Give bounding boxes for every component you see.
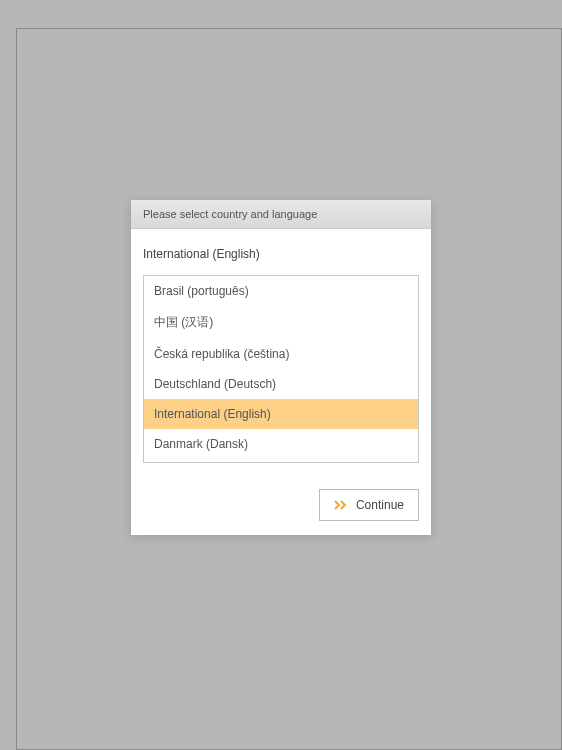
list-item[interactable]: 中国 (汉语) bbox=[144, 306, 418, 339]
selected-language-display: International (English) bbox=[143, 241, 419, 275]
continue-button-label: Continue bbox=[356, 498, 404, 512]
continue-button[interactable]: Continue bbox=[319, 489, 419, 521]
chevron-right-double-icon bbox=[334, 500, 350, 510]
modal-body: International (English) Brasil (portuguê… bbox=[131, 229, 431, 475]
list-item[interactable]: Brasil (português) bbox=[144, 276, 418, 306]
modal-title: Please select country and language bbox=[143, 208, 317, 220]
modal-header: Please select country and language bbox=[131, 200, 431, 229]
language-list[interactable]: Brasil (português) 中国 (汉语) Česká republi… bbox=[143, 275, 419, 463]
language-selection-modal: Please select country and language Inter… bbox=[131, 200, 431, 535]
list-item[interactable]: España (Español) bbox=[144, 459, 418, 463]
modal-footer: Continue bbox=[131, 475, 431, 535]
list-item-selected[interactable]: International (English) bbox=[144, 399, 418, 429]
list-item[interactable]: Deutschland (Deutsch) bbox=[144, 369, 418, 399]
list-item[interactable]: Česká republika (čeština) bbox=[144, 339, 418, 369]
list-item[interactable]: Danmark (Dansk) bbox=[144, 429, 418, 459]
